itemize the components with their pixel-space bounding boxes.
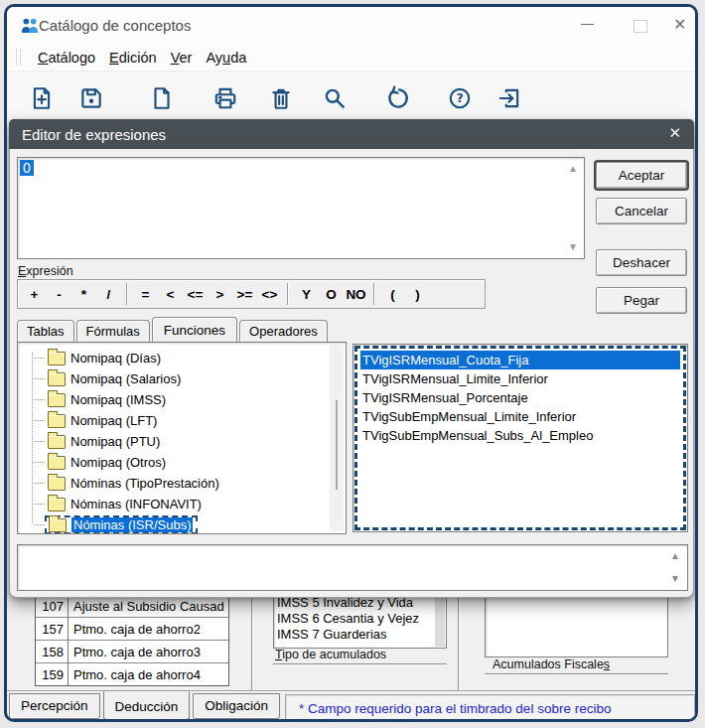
tab-deduccion[interactable]: Deducción (103, 691, 191, 720)
catalog-window: Catálogo de conceptos — ✕ Catálogo Edici… (4, 4, 698, 722)
tree-item[interactable]: Nomipaq (Días) (20, 348, 330, 368)
row-desc: Ptmo. caja de ahorro4 (69, 667, 201, 682)
row-number: 158 (36, 641, 69, 662)
tab-obligacion[interactable]: Obligación (193, 693, 280, 719)
list-item[interactable]: IMSS 7 Guarderias (274, 627, 446, 643)
operator-separator (126, 283, 128, 305)
expression-textarea[interactable]: 0 ▲ ▼ (17, 157, 585, 259)
svg-text:?: ? (456, 90, 463, 105)
op-greater-equal[interactable]: >= (232, 287, 257, 302)
floppy-save-icon (78, 85, 104, 111)
function-item[interactable]: TVigSubEmpMensual_Limite_Inferior (360, 407, 680, 426)
menu-item-catalogo[interactable]: Catálogo (31, 47, 102, 69)
function-item[interactable]: TVigISRMensual_Limite_Inferior (360, 369, 680, 388)
tree-item[interactable]: Nomipaq (PTU) (20, 431, 330, 452)
tree-item[interactable]: Nóminas (INFONAVIT) (20, 494, 330, 514)
list-scrollbar[interactable] (435, 596, 445, 647)
op-equals[interactable]: = (133, 287, 158, 302)
undo-refresh-button[interactable] (385, 84, 413, 112)
table-row[interactable]: 157Ptmo. caja de ahorro2 (36, 617, 228, 640)
folder-icon (48, 414, 66, 428)
tab-tablas[interactable]: Tablas (17, 320, 74, 342)
title-bar: Catálogo de conceptos — ✕ (7, 7, 695, 44)
table-row[interactable]: 158Ptmo. caja de ahorro3 (36, 640, 228, 662)
acumulados-list: IMSS 5 Invalidez y Vida IMSS 6 Cesantia … (273, 594, 447, 649)
op-not[interactable]: NO (344, 287, 368, 302)
tree-item[interactable]: Nomipaq (Otros) (20, 452, 330, 473)
function-item-selected[interactable]: TVigISRMensual_Cuota_Fija (360, 351, 680, 369)
acumulados-fiscales-box[interactable] (485, 594, 668, 657)
undo-button[interactable]: Deshacer (596, 249, 687, 276)
minimize-icon: — (581, 16, 594, 31)
label-underline (485, 673, 668, 675)
function-item[interactable]: TVigISRMensual_Porcentaje (360, 388, 680, 407)
folder-icon (48, 372, 66, 386)
table-row[interactable]: 159Ptmo. caja de ahorro4 (36, 662, 228, 685)
tree-item-selected[interactable]: Nóminas (ISR/Subs) (20, 514, 330, 534)
op-and[interactable]: Y (294, 287, 319, 302)
label-underline (273, 663, 447, 665)
tree-item[interactable]: Nomipaq (IMSS) (20, 389, 330, 410)
tree-item[interactable]: Nóminas (TipoPrestación) (20, 473, 330, 494)
search-button[interactable] (321, 84, 349, 112)
op-plus[interactable]: + (22, 287, 47, 302)
close-button[interactable]: ✕ (673, 15, 686, 34)
row-number: 159 (36, 663, 69, 685)
tab-operadores[interactable]: Operadores (239, 320, 328, 342)
scroll-up-icon[interactable]: ▲ (670, 551, 680, 561)
new-document-button[interactable] (148, 84, 176, 112)
exit-button[interactable] (495, 84, 523, 112)
tab-formulas[interactable]: Fórmulas (76, 320, 150, 342)
table-row[interactable]: 107Ajuste al Subsidio Causad (36, 595, 228, 617)
op-less-than[interactable]: < (158, 287, 183, 302)
delete-button[interactable] (267, 84, 295, 112)
operator-separator (287, 283, 289, 305)
row-desc: Ptmo. caja de ahorro2 (69, 622, 201, 637)
op-open-paren[interactable]: ( (380, 287, 405, 302)
paste-button[interactable]: Pegar (596, 287, 687, 314)
selection-focus-border: Nóminas (ISR/Subs) (45, 515, 198, 534)
window-title: Catálogo de conceptos (39, 17, 191, 34)
scroll-down-icon[interactable]: ▼ (670, 574, 680, 584)
tab-percepcion[interactable]: Percepción (9, 693, 100, 719)
menu-item-ayuda[interactable]: Ayuda (199, 47, 253, 69)
op-divide[interactable]: / (96, 287, 121, 302)
op-minus[interactable]: - (47, 287, 71, 302)
dialog-close-button[interactable]: ✕ (668, 124, 681, 142)
list-item[interactable]: IMSS 6 Cesantia y Vejez (274, 611, 446, 627)
cancel-button[interactable]: Cancelar (596, 198, 687, 224)
new-concept-button[interactable] (28, 84, 56, 112)
tree-scrollbar-thumb[interactable] (336, 400, 338, 490)
op-multiply[interactable]: * (71, 287, 96, 302)
acumulados-fiscales-label: Acumulados Fiscales (493, 657, 610, 671)
scroll-down-icon[interactable]: ▼ (568, 242, 578, 252)
maximize-button[interactable] (634, 20, 647, 33)
op-or[interactable]: O (319, 287, 344, 302)
op-not-equal[interactable]: <> (257, 287, 282, 302)
vertical-divider (458, 594, 460, 690)
accept-button[interactable]: Aceptar (596, 162, 687, 189)
selected-expression-value: 0 (20, 160, 34, 176)
tree-item[interactable]: Nomipaq (LFT) (20, 410, 330, 431)
help-button[interactable]: ? (446, 84, 474, 112)
print-button[interactable] (212, 84, 239, 112)
close-icon: ✕ (673, 16, 686, 33)
minimize-button[interactable]: — (581, 16, 594, 31)
op-less-equal[interactable]: <= (183, 287, 208, 302)
op-close-paren[interactable]: ) (405, 287, 430, 302)
menu-item-ver[interactable]: Ver (164, 47, 200, 69)
op-greater-than[interactable]: > (208, 287, 232, 302)
function-item[interactable]: TVigSubEmpMensual_Subs_Al_Empleo (360, 426, 680, 445)
menu-item-edicion[interactable]: Edición (102, 47, 164, 69)
category-tree: Nomipaq (Días) Nomipaq (Salarios) Nomipa… (17, 342, 347, 534)
scroll-up-icon[interactable]: ▲ (568, 164, 578, 174)
row-number: 107 (36, 595, 69, 617)
tab-funciones[interactable]: Funciones (152, 317, 237, 342)
tree-item[interactable]: Nomipaq (Salarios) (20, 368, 330, 389)
expression-label: Expresión (18, 264, 73, 278)
printer-icon (212, 85, 238, 111)
result-textarea[interactable]: ▲ ▼ (17, 544, 688, 591)
close-icon: ✕ (668, 124, 681, 141)
expression-editor-dialog: Editor de expresiones ✕ 0 ▲ ▼ Aceptar Ca… (9, 119, 694, 598)
save-button[interactable] (77, 84, 105, 112)
